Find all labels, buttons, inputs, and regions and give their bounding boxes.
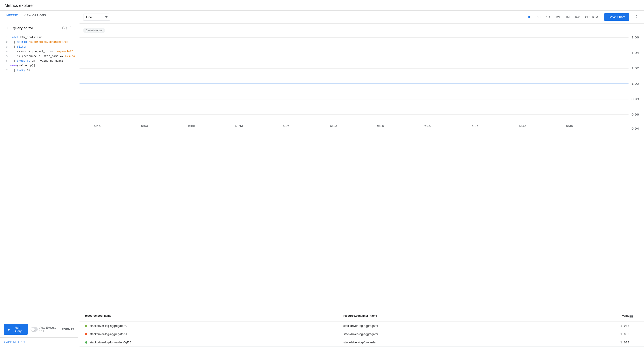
code-line-4: 4 resource.project_id == 'megan-lm2' [4, 49, 74, 54]
svg-text:5:50: 5:50 [141, 124, 148, 127]
time-btn-1h[interactable]: 1H [525, 14, 534, 20]
col-header-value: Value [602, 314, 629, 319]
svg-text:0.98: 0.98 [631, 97, 639, 101]
run-query-button[interactable]: ▶ Run Query [4, 324, 28, 335]
col-header-pod: resource.pod_name [85, 314, 343, 319]
col-header-container: resource.container_name [343, 314, 602, 319]
time-btn-6w[interactable]: 6W [573, 14, 582, 20]
tab-view-options[interactable]: VIEW OPTIONS [21, 11, 49, 20]
svg-text:6:30: 6:30 [519, 124, 526, 127]
time-btn-1d[interactable]: 1D [544, 14, 552, 20]
run-icon: ▶ [8, 328, 10, 331]
row-container-name-1: stackdriver-log-aggregator [343, 332, 602, 336]
row-pod-name-2: stackdriver-log-forwarder-5gf55 [85, 341, 343, 344]
right-panel: LineBarStacked BarHeatmap 1H 6H 1D 1W 1M… [80, 11, 644, 346]
line-num-7: 7 [4, 68, 10, 73]
run-query-label: Run Query [12, 326, 24, 333]
svg-text:1.06: 1.06 [631, 36, 639, 39]
row-dot-0 [85, 325, 87, 327]
code-line-3: 3 | filter [4, 45, 74, 49]
left-bottom-actions: ▶ Run Query Auto-Execute OFF FORMAT [0, 321, 78, 337]
time-btn-6h[interactable]: 6H [534, 14, 543, 20]
query-editor-container: ← Query editor ? ⌃ 1 fetch k8s_container… [3, 23, 75, 318]
table-row[interactable]: stackdriver-log-forwarder-5gf55 stackdri… [80, 338, 644, 346]
svg-text:5:55: 5:55 [188, 124, 195, 127]
help-icon[interactable]: ? [62, 26, 67, 30]
svg-text:6 PM: 6 PM [235, 124, 243, 127]
svg-text:0.94: 0.94 [631, 127, 639, 130]
table-row[interactable]: stackdriver-log-aggregator-0 stackdriver… [80, 322, 644, 330]
time-range-buttons: 1H 6H 1D 1W 1M 6W CUSTOM [525, 14, 600, 20]
main-layout: METRIC VIEW OPTIONS ← Query editor ? ⌃ 1… [0, 11, 644, 346]
code-line-6a: 6 | group_by 1m, [value_up_mean: [4, 59, 74, 63]
svg-text:1.02: 1.02 [631, 67, 639, 70]
line-num-4: 4 [4, 50, 10, 54]
svg-text:1.00: 1.00 [631, 82, 639, 85]
auto-execute-toggle: Auto-Execute OFF [30, 326, 59, 332]
chart-type-select[interactable]: LineBarStacked BarHeatmap [83, 14, 110, 21]
row-container-name-0: stackdriver-log-aggregator [343, 324, 602, 327]
app-header: Metrics explorer [0, 0, 644, 11]
line-num-5: 5 [4, 54, 10, 59]
auto-execute-switch[interactable] [30, 327, 38, 332]
data-table: resource.pod_name resource.container_nam… [80, 312, 644, 346]
svg-text:1.04: 1.04 [631, 51, 639, 55]
tab-metric[interactable]: METRIC [4, 11, 21, 20]
svg-text:0.96: 0.96 [631, 113, 639, 116]
svg-text:6:35: 6:35 [566, 124, 573, 127]
row-dot-2 [85, 341, 87, 344]
add-metric-button[interactable]: + ADD METRIC [0, 337, 78, 346]
svg-text:6:15: 6:15 [377, 124, 384, 127]
left-tabs: METRIC VIEW OPTIONS [0, 11, 78, 20]
svg-text:5:45: 5:45 [94, 124, 101, 127]
table-header: resource.pod_name resource.container_nam… [80, 312, 644, 322]
left-panel: METRIC VIEW OPTIONS ← Query editor ? ⌃ 1… [0, 11, 78, 346]
time-btn-1m[interactable]: 1M [563, 14, 572, 20]
row-value-1: 1.000 [602, 332, 629, 336]
row-value-2: 1.000 [602, 341, 629, 344]
chart-svg-container: 1.06 1.04 1.02 1.00 0.98 0.96 0.94 5:45 … [80, 33, 640, 130]
svg-text:6:10: 6:10 [330, 124, 337, 127]
code-line-1: 1 fetch k8s_container [4, 35, 74, 40]
row-container-name-2: stackdriver-log-forwarder [343, 341, 602, 344]
collapse-icon[interactable]: ⌃ [69, 26, 72, 30]
svg-text:6:05: 6:05 [283, 124, 290, 127]
line-num-1: 1 [4, 36, 10, 40]
row-dot-1 [85, 333, 87, 335]
query-editor-title: ← Query editor [6, 26, 33, 30]
svg-text:6:20: 6:20 [424, 124, 431, 127]
columns-config-icon[interactable]: ☷ [629, 314, 638, 319]
auto-execute-label: Auto-Execute OFF [40, 326, 59, 332]
time-btn-1w[interactable]: 1W [553, 14, 562, 20]
code-area[interactable]: 1 fetch k8s_container 2 | metric 'kubern… [3, 33, 75, 75]
interval-badge: 1 min interval [83, 28, 105, 33]
query-editor-header: ← Query editor ? ⌃ [3, 23, 75, 33]
query-editor-actions: ? ⌃ [62, 26, 72, 30]
line-num-3: 3 [4, 45, 10, 49]
save-chart-button[interactable]: Save Chart [604, 13, 629, 21]
line-num-6a: 6 [4, 59, 10, 63]
row-value-0: 1.000 [602, 324, 629, 327]
chart-svg: 1.06 1.04 1.02 1.00 0.98 0.96 0.94 5:45 … [80, 33, 640, 130]
format-button[interactable]: FORMAT [62, 328, 74, 331]
code-line-6b: mean(value.up)] [4, 63, 74, 68]
add-metric-label: + ADD METRIC [4, 340, 24, 344]
row-pod-name-0: stackdriver-log-aggregator-0 [85, 324, 343, 327]
back-arrow-icon[interactable]: ← [6, 26, 10, 30]
code-line-2: 2 | metric 'kubernetes.io/anthos/up' [4, 40, 74, 44]
svg-text:6:25: 6:25 [472, 124, 478, 127]
code-line-7: 7 | every 1m [4, 68, 74, 73]
app-title: Metrics explorer [4, 3, 34, 8]
table-row[interactable]: stackdriver-log-aggregator-1 stackdriver… [80, 330, 644, 338]
code-line-5: 5 && (resource.cluster_name =='aks-nov') [4, 54, 74, 59]
time-btn-custom[interactable]: CUSTOM [583, 14, 600, 20]
chart-area: 1 min interval 1.06 1.04 1.02 1.00 0.98 [80, 24, 644, 312]
chart-toolbar: LineBarStacked BarHeatmap 1H 6H 1D 1W 1M… [80, 11, 644, 24]
line-num-2: 2 [4, 40, 10, 44]
row-pod-name-1: stackdriver-log-aggregator-1 [85, 332, 343, 336]
more-options-button[interactable]: ⋮ [633, 13, 640, 21]
query-editor-title-text: Query editor [13, 26, 33, 30]
